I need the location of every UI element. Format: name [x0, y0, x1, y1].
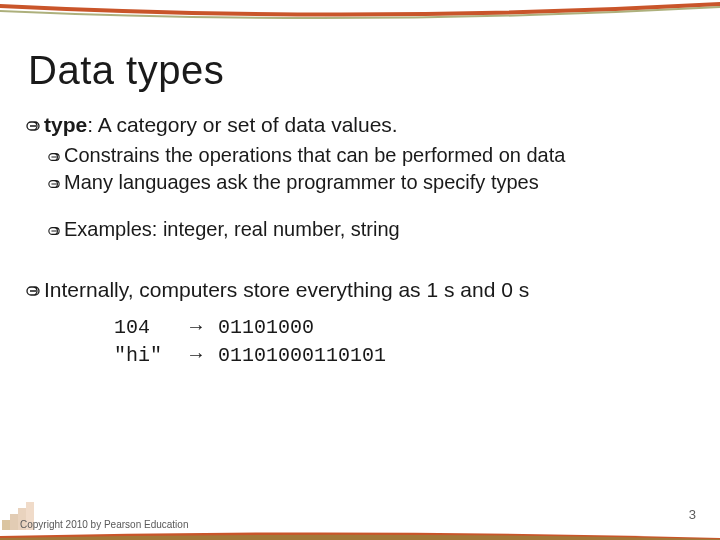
arrow-icon: → — [186, 315, 206, 337]
link-bullet-icon — [46, 171, 62, 195]
slide-title: Data types — [28, 48, 224, 93]
bullet-text: Internally, computers store everything a… — [44, 278, 529, 301]
term-rest: : A category or set of data values. — [87, 113, 398, 136]
bullet-level2: Examples: integer, real number, string — [46, 217, 694, 242]
svg-rect-0 — [2, 520, 10, 530]
arrow-icon: → — [186, 343, 206, 365]
top-accent-bar — [0, 0, 720, 20]
bullet-level1: type: A category or set of data values. — [24, 112, 694, 139]
bullet-text: Examples: integer, real number, string — [64, 218, 400, 240]
bullet-level2: Constrains the operations that can be pe… — [46, 143, 694, 168]
term-strong: type — [44, 113, 87, 136]
copyright-text: Copyright 2010 by Pearson Education — [20, 519, 188, 530]
bullet-text: Many languages ask the programmer to spe… — [64, 171, 539, 193]
code-right: 01101000 — [218, 316, 314, 339]
link-bullet-icon — [46, 144, 62, 168]
bottom-accent-bar — [0, 530, 720, 540]
svg-rect-1 — [10, 514, 18, 530]
link-bullet-icon — [24, 113, 42, 139]
code-row: 104 → 01101000 — [114, 313, 694, 341]
code-right: 01101000110101 — [218, 344, 386, 367]
bullet-level1: Internally, computers store everything a… — [24, 277, 694, 304]
slide-body: type: A category or set of data values. … — [24, 112, 694, 369]
link-bullet-icon — [24, 278, 42, 304]
code-left: 104 — [114, 316, 150, 339]
code-example: 104 → 01101000 "hi" → 01101000110101 — [114, 313, 694, 369]
bullet-text: Constrains the operations that can be pe… — [64, 144, 565, 166]
code-left: "hi" — [114, 344, 162, 367]
page-number: 3 — [689, 507, 696, 522]
link-bullet-icon — [46, 218, 62, 242]
code-row: "hi" → 01101000110101 — [114, 341, 694, 369]
bullet-level2: Many languages ask the programmer to spe… — [46, 170, 694, 195]
